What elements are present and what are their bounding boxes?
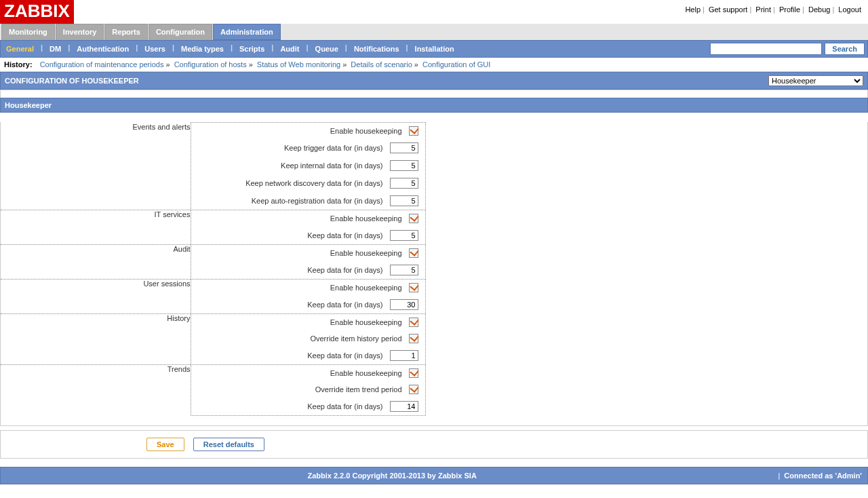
label-keep-autoreg: Keep auto-registration data for (in days…: [198, 197, 383, 205]
page-title: CONFIGURATION OF HOUSEKEEPER: [5, 77, 139, 85]
label-keep-internal: Keep internal data for (in days): [198, 161, 383, 170]
footer-copyright[interactable]: Zabbix 2.2.0 Copyright 2001-2013 by Zabb…: [307, 472, 476, 480]
label-keep-data: Keep data for (in days): [198, 231, 383, 240]
group-it-label: IT services: [1, 210, 191, 245]
group-history-label: History: [1, 314, 191, 365]
reset-defaults-button[interactable]: Reset defaults: [193, 438, 264, 451]
history-bar: History: Configuration of maintenance pe…: [0, 58, 868, 72]
sub-tabs: General| DM| Authentication| Users| Medi…: [0, 40, 868, 58]
trends-keep-input[interactable]: [390, 401, 418, 412]
help-link[interactable]: Help: [685, 5, 701, 14]
tab-administration[interactable]: Administration: [213, 24, 281, 40]
history-label: History:: [4, 60, 33, 69]
button-bar: Save Reset defaults: [0, 430, 868, 459]
zabbix-logo[interactable]: ZABBIX: [0, 0, 74, 24]
subtab-notifications[interactable]: Notifications: [351, 43, 402, 54]
history-override-checkbox[interactable]: [409, 334, 418, 343]
page-title-bar: CONFIGURATION OF HOUSEKEEPER Housekeeper: [0, 72, 868, 90]
history-keep-input[interactable]: [390, 350, 418, 361]
subtab-queue[interactable]: Queue: [313, 43, 341, 54]
view-select[interactable]: Housekeeper: [768, 75, 863, 86]
label-enable: Enable housekeeping: [198, 214, 402, 223]
label-enable: Enable housekeeping: [198, 249, 402, 257]
history-link[interactable]: Status of Web monitoring: [257, 60, 340, 69]
events-autoreg-input[interactable]: [390, 195, 418, 206]
footer: Zabbix 2.2.0 Copyright 2001-2013 by Zabb…: [0, 467, 868, 484]
tab-configuration[interactable]: Configuration: [149, 24, 212, 40]
label-enable: Enable housekeeping: [198, 127, 402, 135]
trends-enable-checkbox[interactable]: [409, 368, 418, 378]
subtab-audit[interactable]: Audit: [277, 43, 302, 54]
group-trends-label: Trends: [1, 365, 191, 416]
search-button[interactable]: Search: [825, 43, 865, 55]
tab-reports[interactable]: Reports: [104, 24, 148, 40]
label-keep-trigger: Keep trigger data for (in days): [198, 144, 383, 152]
events-network-input[interactable]: [390, 178, 418, 189]
it-keep-input[interactable]: [390, 230, 418, 241]
history-link[interactable]: Details of scenario: [351, 60, 412, 69]
subtab-general[interactable]: General: [3, 43, 37, 54]
print-link[interactable]: Print: [755, 5, 771, 14]
it-enable-checkbox[interactable]: [409, 214, 418, 223]
events-enable-checkbox[interactable]: [409, 126, 418, 136]
label-override-history: Override item history period: [198, 334, 402, 343]
top-links: Help| Get support| Print| Profile| Debug…: [685, 0, 865, 14]
search-input[interactable]: [710, 43, 822, 55]
label-keep-network: Keep network discovery data for (in days…: [198, 179, 383, 187]
label-keep-data: Keep data for (in days): [198, 266, 383, 274]
label-enable: Enable housekeeping: [198, 284, 402, 292]
section-header: Housekeeper: [0, 98, 868, 113]
label-keep-data: Keep data for (in days): [198, 301, 383, 309]
footer-connected[interactable]: Connected as 'Admin': [784, 472, 862, 480]
logout-link[interactable]: Logout: [838, 5, 861, 14]
events-trigger-input[interactable]: [390, 142, 418, 153]
tab-inventory[interactable]: Inventory: [56, 24, 104, 40]
history-enable-checkbox[interactable]: [409, 318, 418, 327]
main-tabs: Monitoring Inventory Reports Configurati…: [0, 24, 868, 40]
sessions-enable-checkbox[interactable]: [409, 283, 418, 292]
audit-keep-input[interactable]: [390, 265, 418, 275]
support-link[interactable]: Get support: [709, 5, 747, 14]
history-link[interactable]: Configuration of maintenance periods: [40, 60, 164, 69]
subtab-users[interactable]: Users: [142, 43, 168, 54]
save-button[interactable]: Save: [146, 438, 184, 451]
label-keep-data: Keep data for (in days): [198, 351, 383, 360]
label-enable: Enable housekeeping: [198, 369, 402, 377]
group-events-label: Events and alerts: [1, 123, 191, 210]
label-override-trend: Override item trend period: [198, 385, 402, 394]
trends-override-checkbox[interactable]: [409, 385, 418, 394]
subtab-scripts[interactable]: Scripts: [237, 43, 267, 54]
subtab-media-types[interactable]: Media types: [178, 43, 226, 54]
sessions-keep-input[interactable]: [390, 299, 418, 310]
subtab-dm[interactable]: DM: [47, 43, 64, 54]
events-internal-input[interactable]: [390, 160, 418, 171]
history-link[interactable]: Configuration of GUI: [422, 60, 490, 69]
group-sessions-label: User sessions: [1, 280, 191, 314]
profile-link[interactable]: Profile: [779, 5, 800, 14]
label-enable: Enable housekeeping: [198, 318, 402, 326]
subtab-installation[interactable]: Installation: [412, 43, 457, 54]
subtab-authentication[interactable]: Authentication: [74, 43, 132, 54]
tab-monitoring[interactable]: Monitoring: [1, 24, 55, 40]
label-keep-data: Keep data for (in days): [198, 402, 383, 410]
audit-enable-checkbox[interactable]: [409, 248, 418, 258]
debug-link[interactable]: Debug: [808, 5, 830, 14]
group-audit-label: Audit: [1, 245, 191, 280]
history-link[interactable]: Configuration of hosts: [174, 60, 247, 69]
